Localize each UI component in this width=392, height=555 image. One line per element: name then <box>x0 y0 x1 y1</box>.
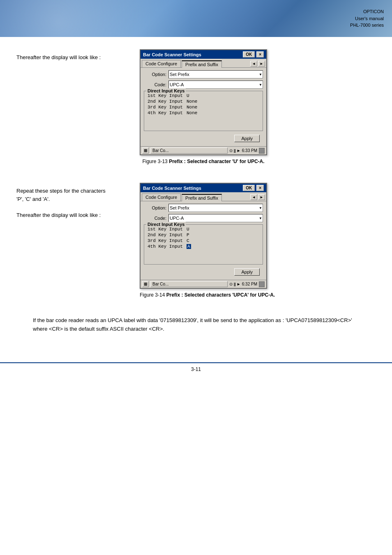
header-banner: OPTICON User's manual PHL-7000 series <box>0 0 392 37</box>
dialog1-close-button[interactable]: × <box>256 51 264 58</box>
figure-caption-1: Figure 3-13 Prefix : Selected character … <box>140 159 267 164</box>
dialog1-taskbar: ⊞ Bar Co... ⊙ ||| ► 6:33 PM <box>141 146 266 154</box>
dialog2-tab-left-arrow[interactable]: ◄ <box>250 194 257 200</box>
dialog2-window-label[interactable]: Bar Co... <box>150 281 228 287</box>
dialog2-key-row-2: 2nd Key Input P <box>148 233 259 237</box>
dialog1-key1-value: U <box>187 93 189 98</box>
dialog1-tray-icon <box>259 148 265 154</box>
dialog1-code-select[interactable]: UPC-A UPC-E EAN-8 <box>168 81 263 89</box>
dialog2-option-row: Option: Set Prefix Set Suffix <box>144 204 263 212</box>
dialog2-key3-label: 3rd Key Input <box>148 238 187 243</box>
dialog1-tab-arrows: ◄ ► <box>250 60 265 67</box>
section-1: Thereafter the display will look like : … <box>16 49 376 175</box>
dialog1-option-label: Option: <box>144 72 166 77</box>
dialog2-close-button[interactable]: × <box>256 185 264 191</box>
section2-line1: Repeat these steps for the characters <box>16 187 131 195</box>
dialog1-key-row-4: 4th Key Input None <box>148 111 259 115</box>
dialog2-tray-icon <box>259 281 265 287</box>
section2-line3: Thereafter the display will look like : <box>16 211 131 219</box>
dialog2-ok-button[interactable]: OK <box>243 185 255 191</box>
page-footer: 3-11 <box>0 362 392 375</box>
dialog1-title: Bar Code Scanner Settings <box>143 52 201 57</box>
dialog1-option-select-wrapper: Set Prefix Set Suffix <box>168 70 263 78</box>
dialog1-key-row-3: 3rd Key Input None <box>148 105 259 110</box>
dialog1-tab-left-arrow[interactable]: ◄ <box>250 61 257 67</box>
dialog1-tab-code-configure[interactable]: Code Configure <box>142 60 181 67</box>
dialog2-apply-button[interactable]: Apply <box>234 268 260 276</box>
dialog2-tabs: Code Configure Prefix and Suffix ◄ ► <box>141 192 266 201</box>
dialog2-group-legend: Direct Input Keys <box>146 222 186 227</box>
dialog2-taskbar-icons: ⊙ ||| ► 6:32 PM <box>229 282 257 286</box>
dialog2-tab-code-configure[interactable]: Code Configure <box>142 193 181 201</box>
dialog1-titlebar: Bar Code Scanner Settings OK × <box>141 50 266 59</box>
dialog2-key-row-4: 4th Key Input A <box>148 244 259 249</box>
dialog1-start-button[interactable]: ⊞ <box>142 147 149 154</box>
bottom-paragraph: If the bar code reader reads an UPCA lab… <box>16 316 376 334</box>
dialog2-option-select[interactable]: Set Prefix Set Suffix <box>168 204 263 212</box>
dialog1-key4-value: None <box>187 111 197 115</box>
dialog1-direct-input-group: Direct Input Keys 1st Key Input U 2nd Ke… <box>144 91 263 131</box>
section1-text: Thereafter the display will look like : <box>16 49 131 62</box>
dialog1-option-select[interactable]: Set Prefix Set Suffix <box>168 70 263 78</box>
dialog2-tab-right-arrow[interactable]: ► <box>258 194 265 200</box>
dialog1-time: 6:33 PM <box>242 148 257 153</box>
figure1-bold: Prefix : Selected character 'U' for UPC-… <box>169 159 264 164</box>
dialog1-spacer <box>148 116 259 129</box>
section-2: Repeat these steps for the characters 'P… <box>16 183 376 308</box>
series-name: PHL-7000 series <box>350 22 384 29</box>
dialog2-key-row-1: 1st Key Input U <box>148 227 259 232</box>
dialog2-title: Bar Code Scanner Settings <box>143 186 201 191</box>
dialog1-apply-button[interactable]: Apply <box>234 135 260 142</box>
dialog2-key4-value: A <box>187 244 191 249</box>
dialog1-key-row-1: 1st Key Input U <box>148 93 259 98</box>
dialog1-apply-row: Apply <box>144 133 263 144</box>
dialog1-key3-value: None <box>187 105 197 110</box>
dialog2-time: 6:32 PM <box>242 282 257 286</box>
dialog1-window-label[interactable]: Bar Co... <box>150 147 228 154</box>
dialog1-tab-prefix-suffix[interactable]: Prefix and Suffix <box>182 60 222 68</box>
main-content: Thereafter the display will look like : … <box>0 37 392 354</box>
dialog1-code-label: Code: <box>144 82 166 87</box>
figure2-label: Figure 3-14 <box>140 292 165 298</box>
page-number: 3-11 <box>191 366 201 372</box>
dialog1-code-select-wrapper: UPC-A UPC-E EAN-8 <box>168 81 263 89</box>
header-bg <box>0 0 392 37</box>
dialog2-code-select-wrapper: UPC-A UPC-E <box>168 214 263 222</box>
dialog2-start-button[interactable]: ⊞ <box>142 281 149 287</box>
dialog1-tabs: Code Configure Prefix and Suffix ◄ ► <box>141 59 266 68</box>
dialog2-titlebar: Bar Code Scanner Settings OK × <box>141 184 266 192</box>
dialog1-key2-label: 2nd Key Input <box>148 99 187 104</box>
dialog2-code-select[interactable]: UPC-A UPC-E <box>168 214 263 222</box>
dialog2-body: Option: Set Prefix Set Suffix Code: <box>141 201 266 280</box>
doc-type: User's manual <box>350 15 384 22</box>
dialog2-code-label: Code: <box>144 216 166 221</box>
dialog1-tab-right-arrow[interactable]: ► <box>258 61 265 67</box>
dialog2-tab-prefix-suffix[interactable]: Prefix and Suffix <box>182 194 222 201</box>
dialog2-key1-label: 1st Key Input <box>148 227 187 232</box>
figure2-bold: Prefix : Selected characters 'UPCA' for … <box>166 292 275 298</box>
dialog2-code-row: Code: UPC-A UPC-E <box>144 214 263 222</box>
dialog2-direct-input-group: Direct Input Keys 1st Key Input U 2nd Ke… <box>144 224 263 265</box>
dialog2-key4-label: 4th Key Input <box>148 244 187 249</box>
dialog2-signal-icon: ⊙ <box>229 282 233 286</box>
dialog1-taskbar-icons: ⊙ ||| ► 6:33 PM <box>229 148 257 153</box>
dialog1-signal-bars: ||| <box>234 149 235 153</box>
section2-line2: 'P', 'C' and 'A'. <box>16 195 131 203</box>
dialog2-key2-label: 2nd Key Input <box>148 233 187 237</box>
dialog1-body: Option: Set Prefix Set Suffix Code: <box>141 68 266 146</box>
dialog2-key3-value: C <box>187 238 189 243</box>
dialog2-key2-value: P <box>187 233 189 237</box>
dialog2-arrow-icon: ► <box>237 282 241 286</box>
dialog2-option-label: Option: <box>144 205 166 210</box>
dialog2-key-row-3: 3rd Key Input C <box>148 238 259 243</box>
figure-caption-2: Figure 3-14 Prefix : Selected characters… <box>140 292 275 298</box>
dialog-2: Bar Code Scanner Settings OK × Code Conf… <box>140 183 267 289</box>
dialog-2-container: Bar Code Scanner Settings OK × Code Conf… <box>140 183 275 308</box>
dialog1-key1-label: 1st Key Input <box>148 93 187 98</box>
dialog2-signal-bars: ||| <box>234 282 235 286</box>
dialog1-key2-value: None <box>187 99 197 104</box>
dialog1-signal-icon: ⊙ <box>229 148 233 153</box>
dialog1-key-row-2: 2nd Key Input None <box>148 99 259 104</box>
dialog1-ok-button[interactable]: OK <box>243 51 255 58</box>
dialog1-arrow-icon: ► <box>237 148 241 153</box>
